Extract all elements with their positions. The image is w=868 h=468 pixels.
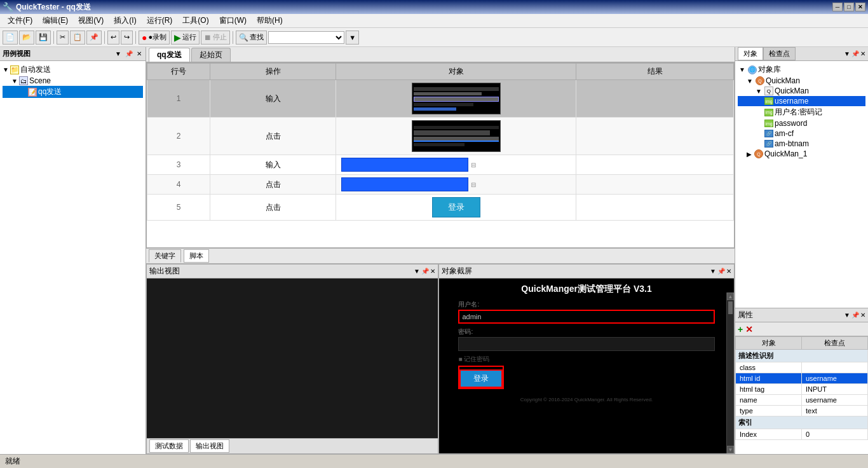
tab-testdata[interactable]: 测试数据	[149, 439, 189, 453]
props-col-key: 对象	[736, 337, 802, 350]
tab-qqsend[interactable]: qq发送	[149, 48, 190, 62]
obj-close[interactable]: ✕	[860, 50, 865, 57]
screenshot-scrollbar[interactable]: ▲ ▼	[726, 292, 734, 453]
obj-tree-item-amcf[interactable]: 🔗 am-cf	[738, 128, 865, 139]
input-preview-4[interactable]	[341, 177, 468, 191]
table-row[interactable]: 3 输入 ⊟	[147, 155, 734, 175]
menu-edit[interactable]: 编辑(E)	[37, 14, 73, 27]
password-icon: img	[764, 120, 773, 127]
table-row[interactable]: 5 点击 登录	[147, 195, 734, 221]
screenshot-pin2[interactable]: 📌	[717, 268, 725, 275]
tree-item-qqsend[interactable]: 📝 qq发送	[3, 86, 143, 98]
record-button[interactable]: ● ●录制	[139, 31, 170, 45]
obj-pin[interactable]: ▼	[844, 50, 850, 57]
qm-login-btn[interactable]: 登录	[459, 369, 503, 388]
expand-qm1b[interactable]: ▶	[747, 151, 752, 158]
obj-pin2[interactable]: 📌	[851, 50, 859, 57]
obj-panel-top: 对象 检查点 ▼ 📌 ✕ ▼ 🌐 对象库	[735, 47, 868, 308]
obj-tree-item-password[interactable]: img password	[738, 118, 865, 128]
props-delete-button[interactable]: ✕	[745, 324, 753, 334]
expand-icon-3[interactable]: ⊟	[471, 162, 476, 169]
props-pin2[interactable]: 📌	[851, 312, 859, 319]
new-button[interactable]: 📄	[3, 31, 18, 45]
find-button[interactable]: 🔍 查找	[236, 31, 267, 45]
tab-start[interactable]: 起始页	[191, 48, 231, 62]
tree-item-autodisend[interactable]: ▼ 📁 自动发送	[3, 64, 143, 76]
output-pin[interactable]: ▼	[414, 268, 420, 275]
output-pin2[interactable]: 📌	[421, 268, 429, 275]
stop-button[interactable]: ⏹ 停止	[201, 31, 230, 45]
copy-button[interactable]: 📋	[70, 31, 85, 45]
menu-tools[interactable]: 工具(O)	[177, 14, 214, 27]
tab-script[interactable]: 脚本	[184, 249, 209, 263]
menu-view[interactable]: 视图(V)	[73, 14, 109, 27]
input-preview-3[interactable]	[341, 158, 468, 172]
output-tabs: 测试数据 输出视图	[147, 438, 438, 453]
close-button[interactable]: ✕	[855, 3, 865, 11]
login-btn-preview[interactable]: 登录	[432, 197, 480, 217]
tab-object[interactable]: 对象	[738, 47, 763, 60]
props-close[interactable]: ✕	[860, 312, 865, 319]
props-row-class[interactable]: class	[736, 362, 868, 373]
panel-pin[interactable]: 📌	[124, 50, 134, 57]
props-row-htmlid[interactable]: html id username	[736, 373, 868, 384]
status-text: 就绪	[5, 456, 20, 467]
tab-checkpoint[interactable]: 检查点	[763, 47, 796, 60]
paste-button[interactable]: 📌	[86, 31, 102, 45]
screenshot-close[interactable]: ✕	[726, 268, 731, 275]
tab-keyword[interactable]: 关键字	[149, 249, 181, 263]
expand-autodisend[interactable]: ▼	[3, 66, 9, 73]
obj-thumbnail-2[interactable]	[412, 120, 501, 152]
props-row-index[interactable]: Index 0	[736, 429, 868, 440]
cut-button[interactable]: ✂	[57, 31, 69, 45]
obj-tree-item-qm2[interactable]: ▼ Q QuickMan	[738, 86, 865, 96]
find-dropdown[interactable]	[268, 31, 344, 44]
table-row[interactable]: 4 点击 ⊟	[147, 175, 734, 195]
close-panel-button[interactable]: ✕	[135, 50, 143, 57]
props-row-htmltag[interactable]: html tag INPUT	[736, 384, 868, 395]
minimize-button[interactable]: ─	[832, 3, 843, 11]
obj-tree-item-username[interactable]: img username	[738, 96, 865, 106]
output-close[interactable]: ✕	[430, 268, 435, 275]
obj-thumbnail-1[interactable]	[412, 83, 501, 114]
props-pin[interactable]: ▼	[844, 312, 850, 319]
open-button[interactable]: 📂	[19, 31, 34, 45]
menu-insert[interactable]: 插入(I)	[109, 14, 141, 27]
pin-button[interactable]: ▼	[114, 50, 123, 57]
expand-icon-4[interactable]: ⊟	[471, 181, 476, 188]
obj-tree-item-ambtnam[interactable]: 🔗 am-btnam	[738, 139, 865, 149]
expand-qm2[interactable]: ▼	[756, 88, 762, 95]
screenshot-pin[interactable]: ▼	[710, 268, 716, 275]
props-add-button[interactable]: +	[738, 324, 743, 334]
menu-help[interactable]: 帮助(H)	[252, 14, 288, 27]
obj-tree-item-userpwd[interactable]: img 用户名:密码记	[738, 106, 865, 118]
redo-button[interactable]: ↪	[121, 31, 133, 45]
tab-outputview[interactable]: 输出视图	[190, 439, 229, 453]
qm-password-input[interactable]	[458, 337, 714, 351]
scroll-thumb[interactable]	[728, 301, 733, 314]
dropdown-arrow[interactable]: ▼	[346, 31, 359, 45]
tree-item-scene[interactable]: ▼ 🗂 Scene	[3, 76, 143, 86]
props-row-type[interactable]: type text	[736, 406, 868, 416]
save-button[interactable]: 💾	[36, 31, 51, 45]
table-row[interactable]: 1 输入	[147, 80, 734, 118]
props-row-name[interactable]: name username	[736, 395, 868, 406]
menu-run[interactable]: 运行(R)	[142, 14, 178, 27]
obj-tree-item-qm1[interactable]: ▼ Q QuickMan	[738, 76, 865, 86]
scroll-down-arrow[interactable]: ▼	[727, 446, 734, 453]
maximize-button[interactable]: □	[844, 3, 854, 11]
menu-file[interactable]: 文件(F)	[3, 14, 37, 27]
row-op-1: 输入	[210, 80, 336, 118]
undo-button[interactable]: ↩	[107, 31, 119, 45]
row-num-3: 3	[147, 155, 210, 175]
expand-db[interactable]: ▼	[739, 66, 745, 73]
qm-username-input[interactable]: admin	[458, 310, 714, 324]
scroll-up-arrow[interactable]: ▲	[727, 292, 734, 300]
obj-tree-item-db[interactable]: ▼ 🌐 对象库	[738, 64, 865, 76]
expand-scene[interactable]: ▼	[11, 78, 18, 85]
menu-window[interactable]: 窗口(W)	[214, 14, 252, 27]
expand-qm1[interactable]: ▼	[747, 78, 753, 85]
run-button[interactable]: ▶ 运行	[171, 31, 200, 45]
obj-tree-item-qm1b[interactable]: ▶ Q QuickMan_1	[738, 149, 865, 159]
table-row[interactable]: 2 点击	[147, 118, 734, 155]
